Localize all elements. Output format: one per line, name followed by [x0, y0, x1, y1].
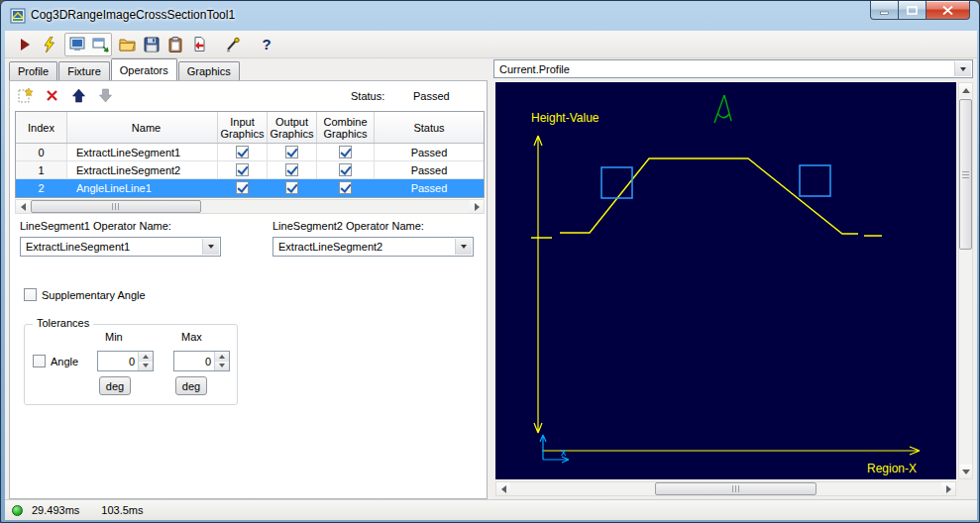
cell-output-graphics[interactable] — [268, 161, 317, 179]
close-button[interactable] — [926, 1, 970, 20]
combine-graphics-checkbox[interactable] — [339, 181, 352, 194]
tab-fixture[interactable]: Fixture — [58, 61, 110, 80]
combine-graphics-checkbox[interactable] — [339, 146, 352, 158]
angle-min-value[interactable]: 0 — [98, 352, 138, 370]
supplementary-angle-checkbox[interactable] — [24, 288, 37, 301]
dropdown-arrow-icon[interactable] — [455, 239, 472, 255]
trigger-button[interactable] — [37, 33, 60, 56]
input-graphics-checkbox[interactable] — [236, 146, 249, 158]
scroll-right-button[interactable] — [470, 200, 484, 213]
benchmark-button[interactable] — [221, 33, 245, 56]
import-button[interactable] — [187, 33, 211, 56]
open-button[interactable] — [116, 33, 140, 56]
col-status[interactable]: Status — [375, 112, 484, 143]
cell-name[interactable]: ExtractLineSegment1 — [67, 144, 218, 161]
spin-down-icon — [219, 364, 225, 367]
display-v-scrollbar[interactable] — [958, 82, 973, 479]
scroll-left-button[interactable] — [496, 482, 510, 495]
delete-operator-button[interactable] — [43, 86, 60, 104]
angle-max-stepper[interactable]: 0 — [173, 351, 230, 371]
dropdown-arrow-icon[interactable] — [954, 61, 971, 76]
max-units-button[interactable]: deg — [175, 376, 207, 395]
cell-index[interactable]: 1 — [16, 161, 67, 179]
linesegment2-combo[interactable]: ExtractLineSegment2 — [272, 237, 474, 257]
scrollbar-track[interactable] — [30, 200, 470, 213]
scrollbar-thumb[interactable] — [959, 99, 972, 250]
operator-row[interactable]: 1 ExtractLineSegment2 Passed — [16, 161, 484, 179]
thumb-grip — [962, 170, 969, 178]
min-units-button[interactable]: deg — [99, 376, 131, 395]
angle-max-value[interactable]: 0 — [174, 352, 214, 370]
scrollbar-thumb[interactable] — [31, 200, 201, 213]
save-icon — [144, 37, 160, 52]
cell-output-graphics[interactable] — [268, 179, 317, 197]
move-up-button[interactable] — [69, 86, 87, 104]
combine-graphics-checkbox[interactable] — [339, 163, 352, 176]
cell-output-graphics[interactable] — [268, 144, 317, 161]
scroll-left-icon — [21, 203, 26, 211]
spin-up-button[interactable] — [139, 352, 153, 362]
col-combine-graphics[interactable]: Combine Graphics — [317, 112, 375, 143]
scrollbar-thumb[interactable] — [655, 482, 817, 495]
cell-combine-graphics[interactable] — [317, 161, 375, 179]
display-selector-combo[interactable]: Current.Profile — [493, 59, 973, 78]
tab-graphics[interactable]: Graphics — [178, 61, 240, 80]
cell-index[interactable]: 2 — [16, 179, 67, 197]
display-h-scrollbar[interactable] — [495, 481, 956, 496]
operators-table: Index Name Input Graphics Output Graphic… — [15, 111, 485, 198]
tab-profile[interactable]: Profile — [9, 61, 57, 80]
new-item-icon — [17, 87, 33, 103]
angle-tolerance-checkbox[interactable] — [33, 355, 46, 367]
cell-input-graphics[interactable] — [218, 179, 268, 197]
maximize-button[interactable] — [899, 1, 926, 20]
input-graphics-checkbox[interactable] — [236, 181, 249, 194]
scroll-down-icon — [962, 470, 970, 474]
move-down-button[interactable] — [96, 86, 114, 104]
operator-row[interactable]: 0 ExtractLineSegment1 Passed — [16, 144, 484, 161]
max-label: Max — [181, 331, 202, 343]
scrollbar-track[interactable] — [510, 482, 941, 495]
minimize-button[interactable] — [870, 1, 899, 20]
output-graphics-checkbox[interactable] — [285, 146, 298, 158]
col-input-graphics[interactable]: Input Graphics — [218, 112, 268, 143]
col-name[interactable]: Name — [67, 112, 218, 143]
angle-min-stepper[interactable]: 0 — [97, 351, 154, 371]
output-graphics-checkbox[interactable] — [285, 181, 298, 194]
cell-name[interactable]: ExtractLineSegment2 — [67, 161, 218, 179]
spin-down-button[interactable] — [139, 362, 153, 371]
input-graphics-checkbox[interactable] — [236, 163, 249, 176]
cell-name[interactable]: AngleLineLine1 — [67, 179, 218, 197]
cell-combine-graphics[interactable] — [317, 179, 375, 197]
cell-input-graphics[interactable] — [218, 161, 268, 179]
scroll-left-button[interactable] — [16, 200, 30, 213]
spinner — [138, 352, 153, 370]
scroll-down-button[interactable] — [959, 465, 972, 478]
run-button[interactable] — [13, 33, 37, 56]
cell-index[interactable]: 0 — [16, 144, 67, 161]
operator-row-selected[interactable]: 2 AngleLineLine1 Passed — [16, 179, 484, 197]
spin-up-button[interactable] — [215, 352, 229, 362]
help-button[interactable]: ? — [255, 33, 278, 56]
col-index[interactable]: Index — [16, 112, 67, 143]
spin-down-button[interactable] — [215, 362, 229, 371]
linesegment1-combo[interactable]: ExtractLineSegment1 — [20, 237, 221, 257]
tab-operators[interactable]: Operators — [111, 58, 177, 80]
cell-combine-graphics[interactable] — [317, 144, 375, 161]
image-display-button[interactable] — [65, 34, 88, 55]
scroll-right-button[interactable] — [941, 482, 955, 495]
table-h-scrollbar[interactable] — [15, 199, 485, 214]
add-operator-button[interactable] — [16, 86, 34, 104]
dropdown-arrow-icon[interactable] — [202, 239, 219, 255]
float-window-button[interactable] — [88, 34, 111, 55]
scroll-up-button[interactable] — [959, 83, 972, 97]
save-button[interactable] — [140, 33, 163, 56]
paste-button[interactable] — [163, 33, 187, 56]
spin-up-icon — [143, 355, 149, 359]
cell-input-graphics[interactable] — [218, 144, 268, 161]
titlebar[interactable]: Cog3DRangeImageCrossSectionTool1 — [1, 1, 979, 31]
output-graphics-checkbox[interactable] — [285, 163, 298, 176]
col-output-graphics[interactable]: Output Graphics — [268, 112, 317, 143]
cell-status: Passed — [375, 144, 484, 161]
scrollbar-track[interactable] — [959, 97, 972, 465]
profile-display[interactable]: Height-Value x Region-X — [495, 82, 956, 479]
